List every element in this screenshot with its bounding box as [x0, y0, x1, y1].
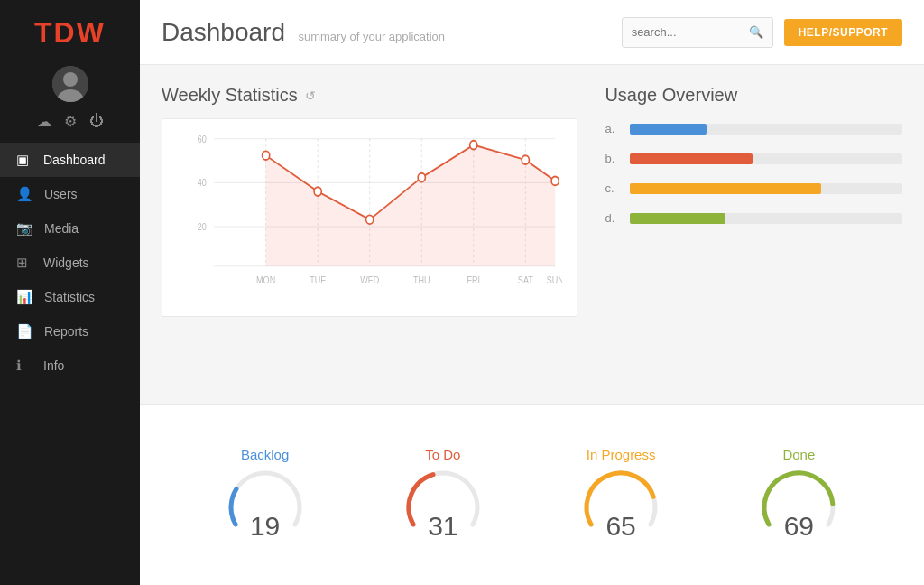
chart-container: 60 40 20 — [162, 118, 578, 317]
usage-row-a: a. — [605, 122, 902, 135]
usage-bar-track-1 — [630, 153, 902, 164]
svg-text:FRI: FRI — [467, 275, 481, 286]
sidebar-item-users[interactable]: 👤 Users — [0, 177, 140, 211]
page-subtitle: summary of your application — [298, 30, 445, 43]
power-icon[interactable]: ⏻ — [89, 113, 104, 130]
sidebar-item-dashboard[interactable]: ▣ Dashboard — [0, 143, 140, 177]
sidebar-item-widgets[interactable]: ⊞ Widgets — [0, 246, 140, 280]
svg-text:THU: THU — [413, 275, 430, 286]
refresh-icon[interactable]: ↺ — [305, 88, 316, 103]
weekly-chart-title: Weekly Statistics — [162, 85, 298, 106]
svg-text:40: 40 — [198, 178, 207, 189]
usage-bar-track-3 — [630, 213, 902, 224]
sidebar: TDW ☁ ⚙ ⏻ ▣ Dashboard 👤 Users 📷 Media ⊞ … — [0, 0, 140, 585]
info-icon: ℹ — [16, 358, 32, 374]
svg-point-22 — [522, 155, 529, 164]
sidebar-item-label: Widgets — [43, 255, 89, 270]
avatar — [52, 66, 88, 102]
statistics-icon: 📊 — [16, 289, 33, 305]
settings-icon[interactable]: ⚙ — [64, 113, 77, 130]
svg-text:60: 60 — [198, 134, 207, 144]
gauge-circle-todo: 31 — [398, 471, 488, 543]
bottom-section: Backlog 19 To Do 31 In Progress 65 — [140, 404, 924, 585]
gauge-backlog: Backlog 19 — [220, 447, 310, 543]
media-icon: 📷 — [16, 220, 33, 237]
users-icon: 👤 — [16, 186, 33, 202]
svg-point-23 — [551, 177, 559, 186]
gauge-value-done: 69 — [784, 511, 814, 542]
header: Dashboard summary of your application 🔍 … — [140, 0, 924, 65]
page-title: Dashboard — [162, 18, 285, 46]
sidebar-item-label: Media — [44, 221, 79, 236]
sidebar-item-info[interactable]: ℹ Info — [0, 348, 140, 383]
sidebar-item-label: Info — [43, 358, 64, 373]
usage-rows: a. b. c. d. — [605, 122, 902, 225]
svg-point-1 — [63, 72, 78, 87]
dashboard-icon: ▣ — [16, 152, 32, 168]
usage-label-2: c. — [605, 181, 621, 195]
search-input[interactable] — [632, 25, 749, 39]
gauge-title-backlog: Backlog — [241, 447, 289, 462]
gauge-title-todo: To Do — [425, 447, 460, 462]
svg-text:SUN: SUN — [547, 275, 563, 286]
usage-bar-fill-1 — [630, 153, 753, 164]
search-icon: 🔍 — [749, 25, 763, 39]
svg-point-18 — [314, 187, 321, 196]
svg-text:20: 20 — [198, 221, 207, 232]
sidebar-icon-buttons: ☁ ⚙ ⏻ — [0, 113, 140, 130]
gauge-circle-backlog: 19 — [220, 471, 310, 543]
svg-text:TUE: TUE — [310, 275, 326, 286]
sidebar-logo: TDW — [0, 0, 140, 59]
sidebar-item-statistics[interactable]: 📊 Statistics — [0, 280, 140, 314]
usage-label-1: b. — [605, 152, 621, 165]
sidebar-item-media[interactable]: 📷 Media — [0, 211, 140, 246]
usage-row-c: c. — [605, 181, 902, 195]
usage-label-0: a. — [605, 122, 621, 135]
usage-overview-area: Usage Overview a. b. c. d. — [605, 85, 902, 390]
svg-text:SAT: SAT — [518, 275, 533, 286]
gauge-done: Done 69 — [753, 447, 844, 543]
svg-text:MON: MON — [256, 275, 275, 286]
gauge-circle-inprogress: 65 — [576, 471, 666, 543]
svg-text:WED: WED — [360, 275, 379, 286]
sidebar-item-reports[interactable]: 📄 Reports — [0, 314, 140, 348]
usage-bar-fill-0 — [630, 124, 706, 135]
usage-row-b: b. — [605, 152, 902, 165]
help-support-button[interactable]: HELP/SUPPORT — [784, 19, 902, 46]
usage-row-d: d. — [605, 211, 902, 225]
sidebar-item-label: Dashboard — [43, 153, 106, 167]
gauge-value-todo: 31 — [428, 511, 457, 542]
search-box: 🔍 — [622, 17, 773, 48]
svg-point-20 — [418, 173, 425, 182]
reports-icon: 📄 — [16, 323, 33, 339]
header-title-group: Dashboard summary of your application — [162, 18, 445, 47]
sidebar-nav: ▣ Dashboard 👤 Users 📷 Media ⊞ Widgets 📊 … — [0, 143, 140, 585]
svg-point-17 — [263, 151, 270, 160]
weekly-chart-title-row: Weekly Statistics ↺ — [162, 85, 578, 106]
sidebar-item-label: Reports — [44, 324, 88, 339]
usage-label-3: d. — [605, 211, 621, 225]
main-content: Dashboard summary of your application 🔍 … — [140, 0, 924, 585]
usage-overview-title: Usage Overview — [605, 85, 902, 106]
upload-icon[interactable]: ☁ — [37, 113, 51, 130]
gauge-value-inprogress: 65 — [605, 511, 635, 542]
svg-marker-16 — [266, 145, 556, 266]
weekly-chart-area: Weekly Statistics ↺ — [162, 85, 578, 390]
sidebar-item-label: Users — [44, 187, 78, 201]
usage-bar-track-2 — [630, 183, 902, 194]
usage-bar-track-0 — [630, 124, 902, 135]
svg-point-21 — [470, 141, 477, 150]
weekly-chart-svg: 60 40 20 — [177, 130, 562, 292]
usage-bar-fill-3 — [630, 213, 725, 224]
gauge-inprogress: In Progress 65 — [576, 447, 666, 543]
svg-point-19 — [366, 215, 374, 224]
usage-bar-fill-2 — [630, 183, 820, 194]
gauge-todo: To Do 31 — [398, 447, 488, 543]
widgets-icon: ⊞ — [16, 255, 32, 271]
sidebar-item-label: Statistics — [44, 290, 95, 304]
gauge-title-inprogress: In Progress — [587, 447, 656, 462]
gauge-value-backlog: 19 — [250, 511, 280, 542]
sidebar-avatar — [0, 66, 140, 102]
gauge-circle-done: 69 — [753, 471, 844, 543]
top-section: Weekly Statistics ↺ — [140, 65, 924, 404]
